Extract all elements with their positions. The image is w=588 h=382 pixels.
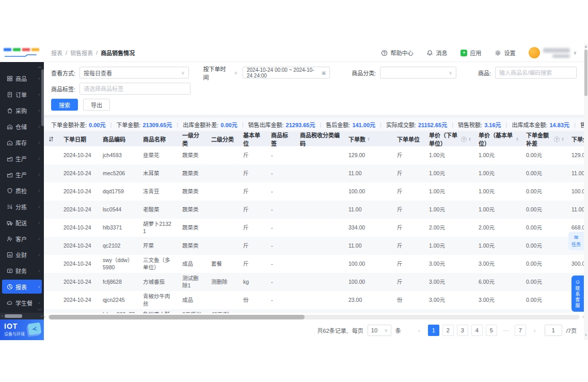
- prev-page-button[interactable]: ‹: [414, 325, 425, 336]
- chevron-down-icon[interactable]: ∨: [573, 50, 577, 55]
- table-row[interactable]: 2024-10-24qc2102芹菜蔬菜类斤-11.00斤1.00元1.00元0…: [44, 237, 584, 255]
- view-mode-select[interactable]: 按每日查看 ∨: [80, 67, 189, 79]
- topbar-action-label: 设置: [504, 49, 515, 57]
- topbar-action-gear[interactable]: 设置: [495, 49, 515, 57]
- page-button-3[interactable]: 3: [457, 325, 468, 336]
- sidebar-item-goods[interactable]: 商品›: [2, 71, 42, 85]
- page-button-7[interactable]: 7: [515, 325, 526, 336]
- page-button-5[interactable]: 5: [486, 325, 497, 336]
- scroll-left-icon[interactable]: ‹: [2, 314, 3, 318]
- table-cell: 129.00元: [566, 152, 584, 159]
- table-row[interactable]: 2024-10-24swy（ddw）5980三文鱼（多单位）成品套餐斤-100.…: [44, 255, 584, 273]
- sort-icon[interactable]: ▲▼: [367, 137, 370, 141]
- table-cell: 斤: [238, 261, 266, 267]
- sidebar-item-production[interactable]: 生产›: [2, 167, 42, 181]
- window-vscrollbar[interactable]: ▲ ∨: [584, 44, 588, 340]
- table-cell: 2.00元: [473, 224, 521, 231]
- table-row[interactable]: 2024-10-24dqd1759冻青豆蔬菜类斤-100.00斤1.00元1.0…: [44, 182, 584, 201]
- sidebar-hscroll-thumb[interactable]: [5, 314, 22, 318]
- topbar-action-help-circle[interactable]: 帮助中心: [381, 49, 413, 57]
- sidebar-item-production[interactable]: 生产›: [2, 151, 42, 165]
- time-type-select[interactable]: 按下单时间 ∨: [202, 67, 239, 79]
- scroll-down-icon[interactable]: ∨: [584, 333, 588, 337]
- sidebar-item-warehouse[interactable]: 仓储›: [2, 119, 42, 133]
- inventory-icon: [7, 140, 13, 146]
- sidebar-item-report[interactable]: 报表›: [2, 280, 42, 294]
- help-icon[interactable]: ?: [461, 136, 467, 142]
- sidebar-item-inventory[interactable]: 库存›: [2, 135, 42, 149]
- table-hscrollbar[interactable]: ‹ ›: [44, 314, 584, 320]
- sort-icon[interactable]: ▲▼: [561, 137, 564, 141]
- sidebar-item-finance[interactable]: 财务›: [2, 264, 42, 278]
- column-header[interactable]: 下单数▲▼: [343, 132, 392, 146]
- summary-stat: 下单金额补差:0.00元: [51, 120, 105, 129]
- iot-banner[interactable]: IOT 设备与环境 ≺: [0, 319, 44, 340]
- stat-value: 0.00元: [220, 122, 237, 128]
- sidebar-scroll-up-icon[interactable]: ︿: [0, 62, 44, 67]
- table-cell: 0.00元: [521, 206, 566, 213]
- table-row[interactable]: 2024-10-24mec5206木耳菜蔬菜类斤-11.00斤1.00元1.00…: [44, 164, 584, 182]
- table-header-row: 下单日期商品编码商品名称一级分类二级分类基本单位商品标签商品税收分类编码下单数▲…: [44, 132, 584, 146]
- user-account[interactable]: ∨: [529, 47, 577, 58]
- sort-icon[interactable]: ▲▼: [516, 137, 519, 141]
- summary-stat: 售后成本:0.00元: [580, 120, 584, 129]
- contact-service-floating-button[interactable]: ☺ 联系客服: [571, 276, 584, 312]
- sidebar-item-sorting[interactable]: 分拣›: [2, 200, 42, 213]
- topbar-action-bell[interactable]: 消息: [426, 49, 447, 57]
- table-cell: -: [266, 261, 295, 267]
- vscroll-thumb[interactable]: [584, 50, 587, 96]
- table-row[interactable]: 2024-10-24fcfj8628方城番茄测试删除1测删除kg-100.00斤…: [44, 273, 584, 291]
- column-header[interactable]: 单价（下单单位）?▲▼: [424, 132, 473, 146]
- search-button[interactable]: 搜索: [51, 99, 78, 111]
- page-button-2[interactable]: 2: [442, 325, 454, 336]
- sidebar-scroll-down-icon[interactable]: ﹀: [0, 308, 44, 313]
- column-header[interactable]: 下单金额补差?▲▼: [521, 132, 566, 146]
- scroll-right-icon[interactable]: ›: [580, 314, 584, 319]
- breadcrumb-sales-reports[interactable]: 销售报表: [70, 49, 93, 57]
- sidebar-item-order[interactable]: 订单›: [2, 87, 42, 101]
- page-size-select[interactable]: 10 ∨: [368, 325, 391, 336]
- table-row[interactable]: 2024-10-24qjcn2245青椒炒牛肉丝成品份-23.00份3.00元3…: [44, 291, 584, 309]
- sidebar-item-bizfin[interactable]: 业财›: [2, 248, 42, 262]
- column-header[interactable]: 下单金额▲▼: [566, 132, 584, 146]
- column-label: 下单单位: [397, 135, 420, 143]
- page-jump-input[interactable]: [545, 325, 562, 336]
- sidebar-item-delivery[interactable]: 配送›: [2, 216, 42, 230]
- task-floating-button[interactable]: ≋ 任务: [568, 232, 584, 250]
- topbar-action-app-green[interactable]: +应用: [460, 49, 481, 57]
- scroll-up-icon[interactable]: ▲: [584, 44, 588, 48]
- table-cell: 1.00元: [424, 206, 473, 213]
- sort-icon[interactable]: ▲▼: [468, 137, 471, 141]
- scroll-right-icon[interactable]: ›: [41, 314, 42, 318]
- sidebar-item-qc[interactable]: 质检›: [2, 184, 42, 197]
- sidebar-item-customer[interactable]: 客户›: [2, 232, 42, 246]
- sidebar-item-purchase[interactable]: 采购›: [2, 103, 42, 117]
- sidebar-item-meal[interactable]: 学生餐›: [2, 296, 42, 308]
- page-button-1[interactable]: 1: [428, 325, 439, 336]
- next-page-button[interactable]: ›: [529, 325, 541, 336]
- export-button[interactable]: 导出: [83, 99, 110, 111]
- stat-label: 下单金额补差:: [51, 122, 87, 128]
- sidebar-hscrollbar[interactable]: ‹ ›: [0, 313, 44, 319]
- hscroll-thumb[interactable]: [49, 315, 305, 319]
- column-settings-button[interactable]: [44, 132, 58, 146]
- date-range-picker[interactable]: 2024-10-24 00:00 ~ 2024-10-24 24:00 ▣: [243, 67, 330, 79]
- table-row[interactable]: 2024-10-24lsc0544老酸菜蔬菜类斤-11.00斤1.00元1.00…: [44, 201, 584, 219]
- category-select[interactable]: ∨: [380, 67, 456, 79]
- help-icon[interactable]: ?: [554, 136, 560, 142]
- chevron-right-icon: ›: [38, 220, 40, 225]
- table-row[interactable]: 2024-10-24lykxsr800g7776鲁裕康小酥肉800g6干货米面4…: [44, 309, 584, 313]
- table-cell: 斤: [238, 170, 266, 177]
- scroll-left-icon[interactable]: ‹: [44, 314, 48, 319]
- column-header[interactable]: 单价（基本单位）▲▼: [473, 132, 521, 146]
- sidebar-item-label: 订单: [15, 90, 36, 99]
- table-row[interactable]: 2024-10-24hlb3371胡萝卜21321蔬菜类斤-334.00斤2.0…: [44, 219, 584, 237]
- sidebar-item-label: 财务: [15, 267, 36, 275]
- product-search-input[interactable]: [495, 67, 577, 79]
- page-button-4[interactable]: 4: [471, 325, 483, 336]
- breadcrumb-reports[interactable]: 报表: [51, 49, 62, 57]
- user-avatar[interactable]: [529, 47, 540, 58]
- tag-select-input[interactable]: [80, 83, 190, 95]
- table-row[interactable]: 2024-10-24jch4593韭菜花蔬菜类斤-129.00斤1.00元1.0…: [44, 146, 584, 164]
- chevron-right-icon: ›: [38, 108, 40, 113]
